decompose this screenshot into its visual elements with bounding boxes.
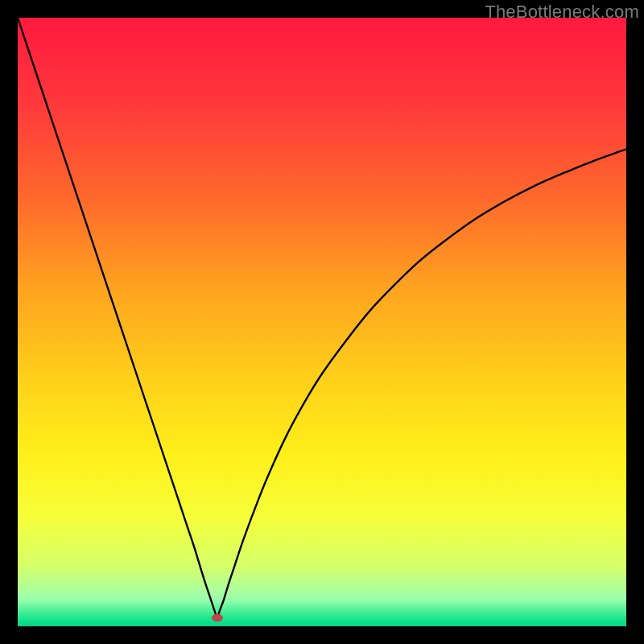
- minimum-marker: [212, 613, 223, 621]
- watermark-text: TheBottleneck.com: [485, 2, 639, 23]
- chart-background: [18, 18, 626, 626]
- chart-frame: [18, 18, 626, 626]
- bottleneck-chart: [18, 18, 626, 626]
